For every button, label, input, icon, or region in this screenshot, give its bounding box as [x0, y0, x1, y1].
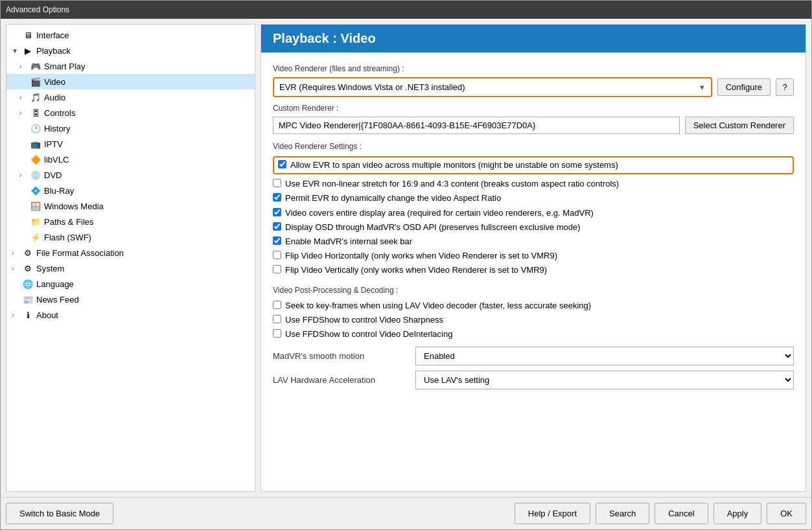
icon-audio: 🎵 — [30, 91, 41, 103]
ok-button[interactable]: OK — [767, 503, 806, 524]
arrow-icon-about: › — [12, 312, 22, 319]
switch-basic-mode-button[interactable]: Switch to Basic Mode — [6, 503, 113, 524]
sidebar-label-flash: Flash (SWF) — [44, 233, 91, 242]
select-custom-renderer-button[interactable]: Select Custom Renderer — [685, 117, 794, 134]
checkbox-row-video-covers: Video covers entire display area (requir… — [273, 207, 794, 219]
panel-body: Video Renderer (files and streaming) : E… — [261, 52, 806, 491]
dropdown-select-0[interactable]: EnabledDisabledAlways Active — [415, 347, 794, 365]
checkbox-row-ffdshow-deinterlace: Use FFDShow to control Video DeInterlaci… — [273, 328, 794, 340]
checkbox-seek-keyframes[interactable] — [273, 301, 281, 309]
renderer-selected-value: EVR (Requires Windows Vista or .NET3 ins… — [275, 80, 695, 95]
arrow-icon-smart-play: › — [19, 63, 30, 70]
icon-system: ⚙ — [22, 262, 34, 274]
icon-smart-play: 🎮 — [30, 60, 41, 72]
sidebar-item-audio[interactable]: ›🎵Audio — [6, 89, 255, 105]
sidebar-item-interface[interactable]: 🖥Interface — [6, 27, 255, 43]
sidebar-label-playback: Playback — [36, 46, 71, 56]
icon-language: 🌐 — [22, 278, 34, 290]
icon-interface: 🖥 — [22, 29, 34, 41]
sidebar-label-windows-media: Windows Media — [44, 202, 104, 211]
checkbox-flip-vertical[interactable] — [273, 265, 281, 273]
checkbox-label-evr-nonlinear: Use EVR non-linear stretch for 16:9 and … — [285, 178, 619, 190]
sidebar-item-smart-play[interactable]: ›🎮Smart Play — [6, 58, 255, 74]
checkbox-evr-span[interactable] — [278, 160, 286, 168]
footer-right: Help / Export Search Cancel Apply OK — [515, 503, 806, 524]
post-checkboxes: Seek to key-frames when using LAV Video … — [273, 300, 794, 341]
footer-left: Switch to Basic Mode — [6, 503, 509, 524]
sidebar-item-controls[interactable]: ›🎛Controls — [6, 105, 255, 121]
checkbox-flip-horizontal[interactable] — [273, 251, 281, 259]
sidebar-item-iptv[interactable]: 📺IPTV — [6, 136, 255, 152]
configure-button[interactable]: Configure — [717, 78, 771, 96]
icon-dvd: 💿 — [30, 169, 41, 181]
search-button[interactable]: Search — [596, 503, 649, 524]
sidebar-item-playback[interactable]: ▼▶Playback — [6, 43, 255, 58]
checkbox-video-covers[interactable] — [273, 208, 281, 216]
post-dropdowns: MadVR's smooth motionEnabledDisabledAlwa… — [273, 347, 794, 389]
checkbox-row-evr-dynamic: Permit EVR to dynamically change the vid… — [273, 192, 794, 204]
checkbox-label-evr-span: Allow EVR to span video across multiple … — [290, 159, 618, 171]
icon-news-feed: 📰 — [22, 294, 34, 305]
sidebar-item-dvd[interactable]: ›💿DVD — [6, 167, 255, 183]
checkbox-evr-dynamic[interactable] — [273, 193, 281, 202]
help-button[interactable]: ? — [776, 78, 794, 96]
checkbox-display-osd[interactable] — [273, 222, 281, 231]
dropdown-row-0: MadVR's smooth motionEnabledDisabledAlwa… — [273, 347, 794, 365]
help-export-button[interactable]: Help / Export — [515, 503, 590, 524]
sidebar-item-about[interactable]: ›ℹAbout — [6, 307, 255, 323]
sidebar-label-interface: Interface — [36, 30, 69, 40]
cancel-button[interactable]: Cancel — [655, 503, 708, 524]
checkbox-ffdshow-deinterlace[interactable] — [273, 329, 281, 338]
arrow-icon-system: › — [12, 265, 22, 272]
sidebar-item-blu-ray[interactable]: 💠Blu-Ray — [6, 183, 255, 198]
sidebar-item-system[interactable]: ›⚙System — [6, 260, 255, 276]
sidebar-label-video: Video — [44, 77, 65, 87]
icon-controls: 🎛 — [30, 107, 41, 119]
checkbox-ffdshow-sharpness[interactable] — [273, 315, 281, 323]
sidebar-label-news-feed: News Feed — [36, 295, 79, 305]
sidebar-item-libvlc[interactable]: 🔶libVLC — [6, 152, 255, 167]
sidebar-label-dvd: DVD — [44, 170, 62, 180]
advanced-options-window: Advanced Options 🖥Interface▼▶Playback›🎮S… — [0, 0, 812, 530]
sidebar-item-video[interactable]: 🎬Video — [6, 74, 255, 89]
sidebar-item-language[interactable]: 🌐Language — [6, 276, 255, 292]
checkbox-enable-madvr[interactable] — [273, 236, 281, 245]
sidebar-item-windows-media[interactable]: 🪟Windows Media — [6, 198, 255, 214]
title-bar: Advanced Options — [1, 1, 811, 19]
checkbox-label-flip-horizontal: Flip Video Horizontally (only works when… — [285, 250, 557, 262]
checkbox-row-ffdshow-sharpness: Use FFDShow to control Video Sharpness — [273, 314, 794, 326]
renderer-select-wrapper: EVR (Requires Windows Vista or .NET3 ins… — [273, 77, 712, 97]
panel-header: Playback : Video — [261, 25, 806, 52]
renderer-chevron-icon: ▾ — [695, 80, 710, 95]
arrow-icon-dvd: › — [19, 172, 30, 179]
sidebar-item-flash[interactable]: ⚡Flash (SWF) — [6, 229, 255, 245]
sidebar-item-paths-files[interactable]: 📁Paths & Files — [6, 214, 255, 229]
video-renderer-row: EVR (Requires Windows Vista or .NET3 ins… — [273, 77, 794, 97]
apply-button[interactable]: Apply — [713, 503, 762, 524]
sidebar-label-audio: Audio — [44, 93, 65, 102]
custom-renderer-input[interactable] — [273, 117, 680, 134]
sidebar-item-history[interactable]: 🕐History — [6, 121, 255, 136]
checkbox-row-display-osd: Display OSD through MadVR's OSD API (pre… — [273, 222, 794, 233]
checkbox-evr-nonlinear[interactable] — [273, 179, 281, 187]
arrow-icon-playback: ▼ — [12, 47, 22, 54]
dropdown-row-1: LAV Hardware AccelerationUse LAV's setti… — [273, 371, 794, 389]
checkbox-label-flip-vertical: Flip Video Vertically (only works when V… — [285, 264, 547, 276]
sidebar-item-file-format[interactable]: ›⚙File Format Association — [6, 245, 255, 260]
icon-libvlc: 🔶 — [30, 154, 41, 165]
sidebar-item-news-feed[interactable]: 📰News Feed — [6, 292, 255, 307]
dropdown-label-1: LAV Hardware Acceleration — [273, 375, 415, 385]
arrow-icon-audio: › — [19, 94, 30, 101]
dropdown-select-1[interactable]: Use LAV's settingNoneCUDADXVA2 (copy-bac… — [415, 371, 794, 389]
icon-file-format: ⚙ — [22, 247, 34, 259]
checkbox-row-flip-horizontal: Flip Video Horizontally (only works when… — [273, 250, 794, 262]
renderer-select-inner[interactable]: EVR (Requires Windows Vista or .NET3 ins… — [275, 80, 710, 95]
checkbox-row-flip-vertical: Flip Video Vertically (only works when V… — [273, 264, 794, 276]
arrow-icon-controls: › — [19, 109, 30, 117]
checkbox-label-seek-keyframes: Seek to key-frames when using LAV Video … — [285, 300, 591, 312]
dropdown-label-0: MadVR's smooth motion — [273, 351, 415, 361]
sidebar-label-about: About — [36, 310, 58, 320]
icon-iptv: 📺 — [30, 138, 41, 150]
checkbox-label-evr-dynamic: Permit EVR to dynamically change the vid… — [285, 192, 501, 204]
sidebar: 🖥Interface▼▶Playback›🎮Smart Play🎬Video›🎵… — [6, 24, 255, 492]
